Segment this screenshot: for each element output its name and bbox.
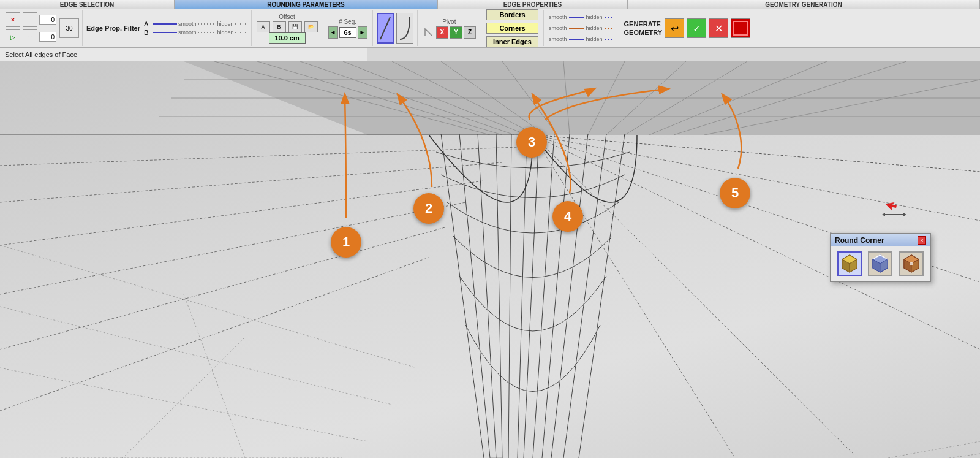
svg-line-29 xyxy=(533,135,858,458)
num-input-top[interactable] xyxy=(39,15,56,25)
svg-line-0 xyxy=(380,17,390,39)
rc-icon-3-btn[interactable] xyxy=(899,251,924,276)
seg-increment-btn[interactable]: ► xyxy=(358,26,368,39)
svg-line-35 xyxy=(508,134,511,458)
section-rounding: ROUNDING PARAMETERS xyxy=(175,0,438,9)
filter-solid-line-b xyxy=(153,32,177,33)
annotation-2: 2 xyxy=(413,193,444,224)
edge-prop-filter-group: Edge Prop. Filter A smooth hidden B smoo… xyxy=(83,10,252,46)
rc-titlebar: Round Corner × xyxy=(831,234,930,246)
offset-ab-btns: A B 💾 📂 xyxy=(257,21,318,32)
cursor-icon xyxy=(882,196,907,222)
segments-group: # Seg. ◄ 6s ► xyxy=(323,10,373,46)
svg-line-39 xyxy=(542,134,570,458)
offset-a-btn[interactable]: A xyxy=(257,21,270,32)
annotation-4: 4 xyxy=(552,201,583,232)
round-corner-panel: Round Corner × xyxy=(830,233,931,282)
svg-line-22 xyxy=(0,202,466,294)
num-input-bottom[interactable] xyxy=(39,32,56,42)
svg-line-37 xyxy=(524,134,539,458)
svg-line-36 xyxy=(518,134,527,458)
filter-b-label: B xyxy=(144,29,151,36)
svg-line-40 xyxy=(551,134,588,458)
generate-orange-btn[interactable]: ↩ xyxy=(665,18,684,38)
svg-line-21 xyxy=(0,181,484,245)
svg-line-42 xyxy=(579,134,625,458)
pivot-y-btn[interactable]: Y xyxy=(450,26,462,39)
x-minus-btn[interactable]: × xyxy=(6,12,20,27)
profile-curve-btn[interactable] xyxy=(396,13,413,44)
generate-red-btn[interactable]: ✕ xyxy=(709,18,728,38)
svg-line-48 xyxy=(123,337,245,458)
offset-group: Offset A B 💾 📂 10.0 cm xyxy=(252,10,323,46)
rc-title: Round Corner xyxy=(835,236,884,245)
profile-linear-btn[interactable] xyxy=(377,13,394,44)
num30-btn[interactable]: 30 xyxy=(59,18,79,38)
pivot-z-btn[interactable]: Z xyxy=(464,26,476,39)
annotation-1: 1 xyxy=(331,227,361,258)
edge-prop-lines: smooth hidden smooth hidden smooth hidde… xyxy=(544,10,619,46)
generate-geometry-group: GENERATE GEOMETRY ↩ ✓ ✕ xyxy=(619,10,756,46)
svg-line-50 xyxy=(888,441,980,458)
filter-smooth-line-b xyxy=(198,32,216,33)
svg-line-24 xyxy=(0,258,429,411)
pivot-x-btn[interactable]: X xyxy=(436,26,449,39)
arrow-right-btn[interactable]: ↔ xyxy=(23,29,37,44)
offset-label: Offset xyxy=(279,13,295,20)
offset-b-btn[interactable]: B xyxy=(273,21,286,32)
svg-line-25 xyxy=(533,135,980,172)
svg-line-44 xyxy=(0,245,417,368)
line-smooth-3 xyxy=(569,39,584,40)
section-geometry: GEOMETRY GENERATION xyxy=(628,0,980,9)
offset-value[interactable]: 10.0 cm xyxy=(269,32,306,44)
status-text: Select All edges of Face xyxy=(5,51,77,58)
filter-smooth-line xyxy=(198,23,216,25)
svg-marker-56 xyxy=(903,213,907,216)
rc-close-btn[interactable]: × xyxy=(918,236,926,245)
seg-label: # Seg. xyxy=(339,18,356,25)
svg-line-41 xyxy=(564,134,606,458)
filter-label: Edge Prop. Filter xyxy=(86,25,140,32)
seg-control: ◄ 6s ► xyxy=(328,26,368,39)
svg-line-26 xyxy=(533,135,980,221)
line-smooth-2 xyxy=(569,28,584,29)
seg-decrement-btn[interactable]: ◄ xyxy=(328,26,338,39)
filter-hidden-line xyxy=(235,23,247,25)
annotation-3: 3 xyxy=(516,127,547,158)
pivot-btns: X Y Z xyxy=(436,26,476,39)
generate-green-btn[interactable]: ✓ xyxy=(687,18,706,38)
svg-line-51 xyxy=(949,454,980,458)
generate-red-box xyxy=(731,18,750,38)
svg-marker-55 xyxy=(882,213,885,216)
annotation-5: 5 xyxy=(720,178,750,208)
inner-edges-btn[interactable]: Inner Edges xyxy=(486,36,538,47)
svg-line-31 xyxy=(441,134,484,458)
pivot-group: Pivot X Y Z xyxy=(418,10,481,46)
svg-line-46 xyxy=(0,368,368,441)
line-hidden-1 xyxy=(605,17,614,18)
section-edge-properties: EDGE PROPERTIES xyxy=(438,0,628,9)
generate-label: GENERATE GEOMETRY xyxy=(624,20,663,37)
line-smooth-1 xyxy=(569,17,584,18)
dash-btn[interactable]: -- xyxy=(23,12,37,27)
rc-icon-2-btn[interactable] xyxy=(868,251,892,276)
svg-line-38 xyxy=(533,134,554,458)
pivot-label: Pivot xyxy=(442,18,456,25)
svg-line-19 xyxy=(0,147,518,166)
edge-selection-group: × -- ▷ ↔ 30 xyxy=(2,10,83,46)
borders-btn[interactable]: Borders xyxy=(486,9,538,20)
triangle-btn[interactable]: ▷ xyxy=(6,29,20,44)
offset-save-btn[interactable]: 💾 xyxy=(288,21,302,32)
svg-line-32 xyxy=(459,134,490,458)
filter-solid-line xyxy=(153,23,177,25)
rc-icon-1-btn[interactable] xyxy=(837,251,862,276)
offset-load-btn[interactable]: 📂 xyxy=(304,21,318,32)
svg-line-33 xyxy=(478,134,496,458)
seg-value: 6s xyxy=(339,27,356,38)
rc-content xyxy=(831,246,930,281)
corners-btn[interactable]: Corners xyxy=(486,23,538,34)
svg-point-69 xyxy=(910,262,913,265)
filter-hidden-line-b xyxy=(235,32,247,33)
filter-lines: A smooth hidden B smooth hidden xyxy=(144,20,247,36)
svg-marker-53 xyxy=(886,199,898,212)
